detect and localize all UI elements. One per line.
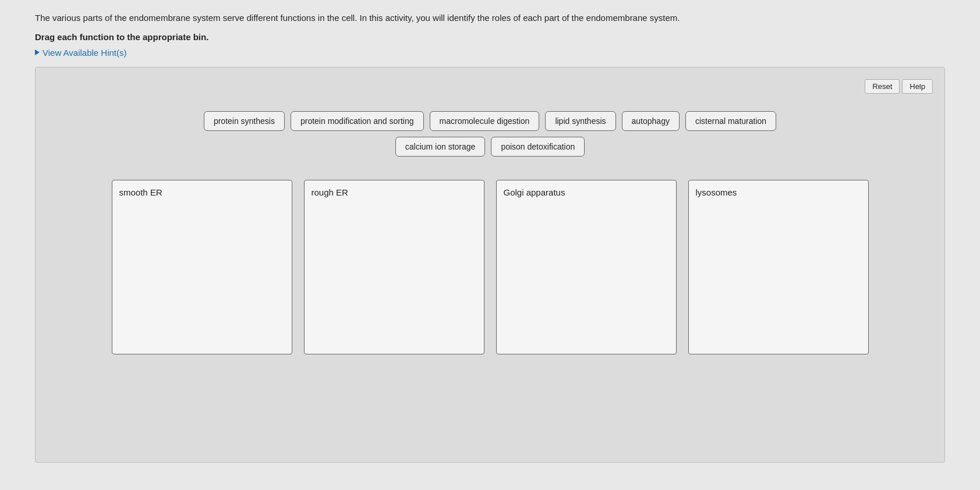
draggable-cisternal-maturation[interactable]: cisternal maturation: [685, 111, 776, 131]
drop-bins-area: smooth ER rough ER Golgi apparatus lysos…: [112, 180, 869, 354]
bin-golgi-apparatus[interactable]: Golgi apparatus: [496, 180, 677, 354]
top-buttons-area: Reset Help: [47, 79, 933, 94]
activity-container: Reset Help protein synthesis protein mod…: [35, 67, 945, 463]
draggable-items-area: protein synthesis protein modification a…: [141, 111, 840, 157]
hint-arrow-icon: [35, 49, 40, 55]
bin-lysosomes-label: lysosomes: [696, 187, 861, 197]
reset-button[interactable]: Reset: [865, 79, 900, 94]
draggable-protein-synthesis[interactable]: protein synthesis: [204, 111, 285, 131]
draggable-macromolecule-digestion[interactable]: macromolecule digestion: [430, 111, 540, 131]
draggable-poison-detoxification[interactable]: poison detoxification: [491, 137, 585, 157]
bin-lysosomes[interactable]: lysosomes: [688, 180, 869, 354]
bin-smooth-er[interactable]: smooth ER: [112, 180, 292, 354]
description-text: The various parts of the endomembrane sy…: [35, 12, 945, 25]
draggable-lipid-synthesis[interactable]: lipid synthesis: [545, 111, 615, 131]
instruction-text: Drag each function to the appropriate bi…: [35, 32, 945, 42]
hint-link[interactable]: View Available Hint(s): [35, 48, 945, 58]
items-row-2: calcium ion storage poison detoxificatio…: [395, 137, 585, 157]
bin-golgi-apparatus-label: Golgi apparatus: [504, 187, 669, 197]
bin-rough-er-label: rough ER: [312, 187, 477, 197]
bin-rough-er[interactable]: rough ER: [304, 180, 484, 354]
draggable-protein-modification[interactable]: protein modification and sorting: [291, 111, 424, 131]
draggable-autophagy[interactable]: autophagy: [622, 111, 680, 131]
draggable-calcium-ion-storage[interactable]: calcium ion storage: [395, 137, 486, 157]
help-button[interactable]: Help: [902, 79, 933, 94]
items-row-1: protein synthesis protein modification a…: [204, 111, 776, 131]
bin-smooth-er-label: smooth ER: [119, 187, 285, 197]
hint-label[interactable]: View Available Hint(s): [43, 48, 127, 58]
